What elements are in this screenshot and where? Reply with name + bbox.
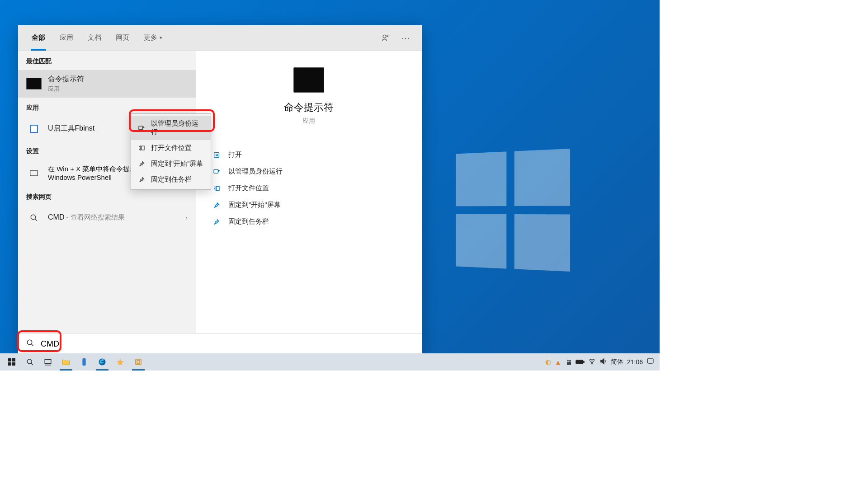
- svg-point-19: [592, 363, 592, 364]
- folder-icon: [137, 145, 146, 151]
- svg-line-3: [35, 219, 37, 221]
- result-web-cmd[interactable]: CMD - 查看网络搜索结果 ›: [18, 206, 196, 230]
- ctx-pin-taskbar[interactable]: 固定到任务栏: [131, 172, 211, 188]
- pin-icon: [137, 176, 146, 183]
- svg-line-7: [31, 344, 33, 346]
- tray-icon[interactable]: 🖥: [565, 358, 572, 366]
- pin-icon: [137, 160, 146, 167]
- task-view-button[interactable]: [39, 353, 57, 371]
- ctx-pin-start[interactable]: 固定到"开始"屏幕: [131, 156, 211, 172]
- tab-docs[interactable]: 文档: [80, 25, 108, 51]
- desktop: 全部 应用 文档 网页 更多▾ ⋯ 最佳匹配 命令提示符 应用: [0, 0, 660, 371]
- open-icon: [212, 151, 221, 159]
- tray-icon[interactable]: ◐: [545, 358, 551, 366]
- taskbar-search-button[interactable]: [21, 353, 39, 371]
- svg-point-6: [27, 340, 32, 345]
- tray-notifications-icon[interactable]: [646, 357, 654, 366]
- settings-icon: [26, 165, 42, 181]
- svg-point-0: [383, 35, 386, 38]
- action-open[interactable]: 打开: [209, 146, 408, 163]
- section-best-match: 最佳匹配: [18, 51, 196, 70]
- result-subtitle: 应用: [48, 85, 188, 93]
- start-search-panel: 全部 应用 文档 网页 更多▾ ⋯ 最佳匹配 命令提示符 应用: [18, 25, 422, 355]
- chevron-right-icon: ›: [185, 214, 188, 221]
- shield-icon: [137, 125, 146, 131]
- app-icon: [30, 125, 38, 133]
- result-cmd[interactable]: 命令提示符 应用: [18, 70, 196, 98]
- ctx-open-location[interactable]: 打开文件位置: [131, 140, 211, 156]
- detail-subtitle: 应用: [209, 117, 408, 125]
- search-bar: [18, 333, 422, 355]
- feedback-icon[interactable]: [376, 33, 396, 42]
- cmd-icon: [26, 78, 42, 89]
- svg-line-10: [31, 363, 33, 365]
- ctx-run-as-admin[interactable]: 以管理员身份运行: [131, 116, 211, 140]
- tray-security-icon[interactable]: ▲: [555, 358, 561, 366]
- taskbar-app-1[interactable]: [75, 353, 93, 371]
- separator: [209, 138, 408, 138]
- svg-rect-18: [583, 361, 584, 362]
- search-input[interactable]: [41, 339, 414, 349]
- pin-icon: [212, 218, 221, 225]
- taskbar-edge[interactable]: [93, 353, 111, 371]
- svg-rect-1: [30, 170, 38, 176]
- svg-rect-16: [137, 361, 140, 363]
- more-options-icon[interactable]: ⋯: [396, 33, 415, 43]
- context-menu: 以管理员身份运行 打开文件位置 固定到"开始"屏幕 固定到任务栏: [131, 113, 211, 190]
- svg-rect-13: [82, 358, 85, 366]
- svg-point-9: [27, 359, 32, 364]
- action-pin-start[interactable]: 固定到"开始"屏幕: [209, 197, 408, 213]
- system-tray: ◐ ▲ 🖥 简体 21:06: [545, 357, 657, 366]
- windows-logo-wallpaper: [456, 149, 570, 272]
- svg-rect-5: [214, 169, 218, 173]
- start-button[interactable]: [3, 353, 21, 371]
- search-icon: [26, 339, 34, 349]
- search-icon: [26, 210, 42, 225]
- taskbar-file-explorer[interactable]: [57, 353, 75, 371]
- cmd-icon-large: [293, 67, 324, 93]
- folder-icon: [212, 185, 221, 192]
- shield-icon: [212, 168, 221, 175]
- tab-more[interactable]: 更多▾: [137, 25, 170, 51]
- chevron-down-icon: ▾: [160, 35, 162, 41]
- taskbar-app-3[interactable]: [129, 353, 147, 371]
- tab-web[interactable]: 网页: [108, 25, 137, 51]
- tray-volume-icon[interactable]: [599, 357, 607, 366]
- tray-battery-icon[interactable]: [576, 358, 585, 366]
- tray-ime[interactable]: 简体: [611, 358, 623, 366]
- result-title: CMD: [48, 213, 64, 221]
- action-pin-taskbar[interactable]: 固定到任务栏: [209, 213, 408, 230]
- tab-all[interactable]: 全部: [24, 25, 52, 51]
- result-detail-pane: 命令提示符 应用 打开 以管理员身份运行 打开文件位置 固定到"开始": [196, 51, 422, 333]
- svg-rect-17: [576, 360, 583, 363]
- svg-rect-15: [136, 359, 141, 365]
- taskbar: ◐ ▲ 🖥 简体 21:06: [0, 353, 660, 371]
- svg-rect-11: [45, 360, 51, 364]
- taskbar-app-2[interactable]: [111, 353, 129, 371]
- detail-title: 命令提示符: [209, 101, 408, 114]
- results-list: 最佳匹配 命令提示符 应用 应用 U启工具Fbinst 设置: [18, 51, 196, 333]
- action-run-as-admin[interactable]: 以管理员身份运行: [209, 163, 408, 180]
- pin-icon: [212, 202, 221, 209]
- search-tabs: 全部 应用 文档 网页 更多▾ ⋯: [18, 25, 422, 51]
- svg-rect-8: [139, 126, 143, 130]
- tray-wifi-icon[interactable]: [588, 357, 596, 366]
- tray-clock[interactable]: 21:06: [627, 358, 643, 366]
- svg-point-2: [31, 215, 36, 220]
- action-open-location[interactable]: 打开文件位置: [209, 180, 408, 197]
- svg-rect-20: [647, 359, 653, 363]
- result-suffix: - 查看网络搜索结果: [64, 213, 124, 221]
- result-title: 命令提示符: [48, 75, 188, 84]
- tab-apps[interactable]: 应用: [52, 25, 80, 51]
